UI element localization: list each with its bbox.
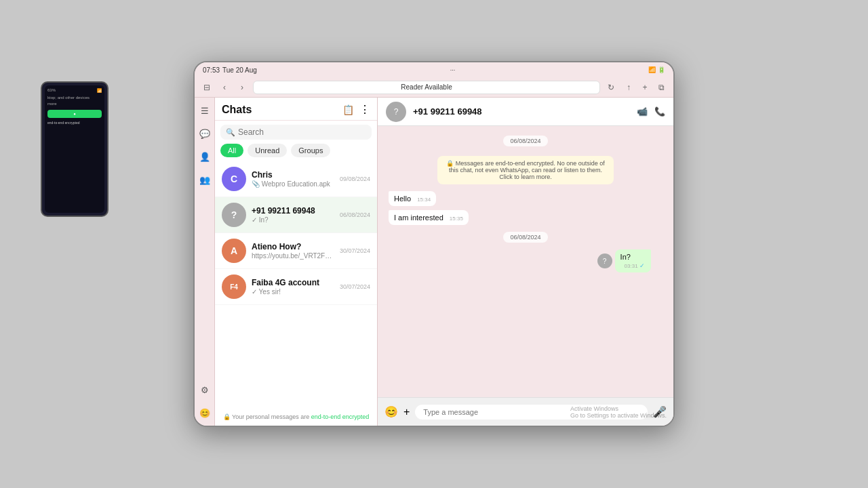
encryption-notice-banner[interactable]: 🔒 Messages are end-to-end encrypted. No …: [437, 156, 614, 184]
chat-name-faiba: Faiba 4G account: [252, 278, 334, 287]
message-sent-row: ? In? 03:31✓: [597, 249, 663, 272]
encryption-notice-text: 🔒 Your personal messages are: [223, 413, 311, 420]
app-area: ☰ 💬 👤 👥 ⚙ 😊 Chats 📋 ⋮ 🔍: [195, 98, 673, 426]
side-phone-green-btn: ●: [47, 110, 102, 118]
message-in: In? 03:31✓: [615, 249, 651, 272]
chat-name-number: +91 99211 69948: [252, 206, 334, 216]
browser-url-bar[interactable]: Reader Available: [253, 81, 600, 94]
chat-date-atieno: 30/07/2024: [340, 247, 370, 254]
sidebar-icon-chats[interactable]: 💬: [197, 126, 212, 141]
back-btn[interactable]: ‹: [218, 81, 231, 94]
conversation-header: ? +91 99211 69948 📹 📞: [378, 98, 673, 126]
status-date: Tue 20 Aug: [222, 66, 257, 74]
message-interested: I am interested 15:35: [389, 210, 469, 225]
status-bar: 07:53 Tue 20 Aug ··· 📶 🔋: [195, 62, 673, 77]
battery-icon: 🔋: [658, 66, 665, 73]
chat-item-chris[interactable]: C Chris 📎 Webpro Education.apk 09/08/202…: [215, 161, 377, 197]
conversation-panel: ? +91 99211 69948 📹 📞 06/08/2024 🔒 Messa…: [378, 98, 673, 426]
share-btn[interactable]: ↑: [622, 81, 635, 94]
avatar-chris: C: [222, 167, 246, 191]
attach-icon[interactable]: +: [403, 406, 410, 418]
chat-list-actions: 📋 ⋮: [342, 103, 370, 116]
more-options-icon[interactable]: ⋮: [359, 103, 370, 116]
sidebar-icon-communities[interactable]: 👥: [197, 172, 212, 187]
chat-list-title: Chats: [222, 104, 252, 116]
filter-tab-unread[interactable]: Unread: [248, 144, 287, 157]
sidebar-icon-profile[interactable]: 😊: [197, 405, 212, 420]
messages-area[interactable]: 06/08/2024 🔒 Messages are end-to-end enc…: [378, 126, 673, 397]
chat-preview-atieno: https://youtu.be/_VRT2FFXntc: IF YOU DIE…: [252, 252, 334, 260]
chat-date-faiba: 30/07/2024: [340, 283, 370, 290]
filter-tab-groups[interactable]: Groups: [291, 144, 330, 157]
new-chat-icon[interactable]: 📋: [342, 104, 354, 115]
date-badge-2: 06/08/2024: [503, 232, 547, 243]
forward-btn[interactable]: ›: [235, 81, 249, 94]
double-check-icon: ✓: [639, 262, 645, 269]
chat-item-atieno[interactable]: A Atieno How? https://youtu.be/_VRT2FFXn…: [215, 233, 377, 269]
search-input[interactable]: [238, 127, 366, 137]
refresh-btn[interactable]: ↻: [604, 81, 618, 94]
voice-call-icon[interactable]: 📞: [654, 106, 665, 117]
conv-contact-name: +91 99211 69948: [413, 106, 630, 117]
msg-time-hello: 15:34: [417, 197, 431, 203]
chat-items-list: C Chris 📎 Webpro Education.apk 09/08/202…: [215, 161, 377, 408]
sidebar-icons: ☰ 💬 👤 👥 ⚙ 😊: [195, 98, 215, 426]
filter-tab-all[interactable]: All: [220, 144, 243, 157]
status-center-dots: ···: [450, 66, 456, 73]
search-icon: 🔍: [226, 128, 235, 137]
encryption-link[interactable]: end-to-end encrypted: [311, 413, 370, 420]
conv-avatar: ?: [386, 102, 406, 122]
date-badge-1: 06/08/2024: [503, 136, 547, 146]
message-hello: Hello 15:34: [389, 191, 436, 206]
browser-actions: ↑ + ⧉: [622, 81, 668, 94]
chat-info-chris: Chris 📎 Webpro Education.apk: [252, 170, 334, 188]
status-time: 07:53: [203, 66, 220, 74]
tabs-btn[interactable]: ⧉: [654, 81, 668, 94]
avatar-faiba: F4: [222, 274, 246, 299]
wifi-icon: 📶: [648, 66, 656, 73]
side-phone-text1: ktop; and other devices: [47, 96, 102, 100]
sidebar-icon-status[interactable]: 👤: [197, 149, 212, 164]
status-bar-right: 📶 🔋: [648, 66, 665, 73]
video-call-icon[interactable]: 📹: [637, 106, 648, 117]
emoji-icon[interactable]: 😊: [384, 405, 398, 418]
avatar-atieno: A: [222, 239, 246, 263]
browser-bar: ⊟ ‹ › Reader Available ↻ ↑ + ⧉: [195, 77, 673, 98]
side-phone-text3: end-to-end encrypted: [47, 121, 102, 125]
chat-list-header: Chats 📋 ⋮: [215, 98, 377, 121]
sent-avatar: ?: [597, 253, 612, 268]
watermark-line2: Go to Settings to activate Windows.: [570, 412, 667, 419]
chat-info-faiba: Faiba 4G account ✓ Yes sir!: [252, 278, 334, 296]
chat-footer: 🔒 Your personal messages are end-to-end …: [215, 408, 377, 426]
url-text: Reader Available: [401, 83, 452, 91]
side-phone-text2: more: [47, 102, 102, 106]
sidebar-toggle-btn[interactable]: ⊟: [200, 81, 214, 94]
add-tab-btn[interactable]: +: [638, 81, 652, 94]
chat-item-number[interactable]: ? +91 99211 69948 ✓ In? 06/08/2024: [215, 197, 377, 233]
watermark: Activate Windows Go to Settings to activ…: [570, 405, 667, 419]
msg-time-interested: 15:35: [450, 216, 463, 222]
chat-name-atieno: Atieno How?: [252, 242, 334, 251]
side-phone-status: 63%📶: [47, 88, 102, 93]
sidebar-icon-settings[interactable]: ⚙: [197, 382, 212, 397]
chat-info-number: +91 99211 69948 ✓ In?: [252, 206, 334, 224]
chat-list-panel: Chats 📋 ⋮ 🔍 All Unread Groups C: [215, 98, 378, 426]
side-phone: 63%📶 ktop; and other devices more ● end-…: [41, 81, 108, 217]
chat-search-box: 🔍: [220, 125, 372, 140]
msg-time-in: 03:31: [625, 263, 638, 269]
filter-tabs: All Unread Groups: [215, 144, 377, 161]
watermark-line1: Activate Windows: [570, 405, 667, 412]
avatar-number: ?: [222, 203, 246, 227]
side-phone-screen: 63%📶 ktop; and other devices more ● end-…: [45, 85, 104, 213]
chat-item-faiba[interactable]: F4 Faiba 4G account ✓ Yes sir! 30/07/202…: [215, 269, 377, 305]
sidebar-icon-menu[interactable]: ☰: [197, 103, 212, 118]
chat-preview-number: ✓ In?: [252, 216, 334, 224]
chat-date-number: 06/08/2024: [340, 211, 370, 218]
chat-preview-chris: 📎 Webpro Education.apk: [252, 180, 334, 188]
conv-header-actions: 📹 📞: [637, 106, 665, 117]
chat-preview-faiba: ✓ Yes sir!: [252, 288, 334, 296]
chat-name-chris: Chris: [252, 170, 334, 180]
chat-date-chris: 09/08/2024: [340, 176, 370, 182]
tablet-frame: 07:53 Tue 20 Aug ··· 📶 🔋 ⊟ ‹ › Reader Av…: [193, 61, 675, 427]
status-bar-left: 07:53 Tue 20 Aug: [203, 66, 257, 74]
